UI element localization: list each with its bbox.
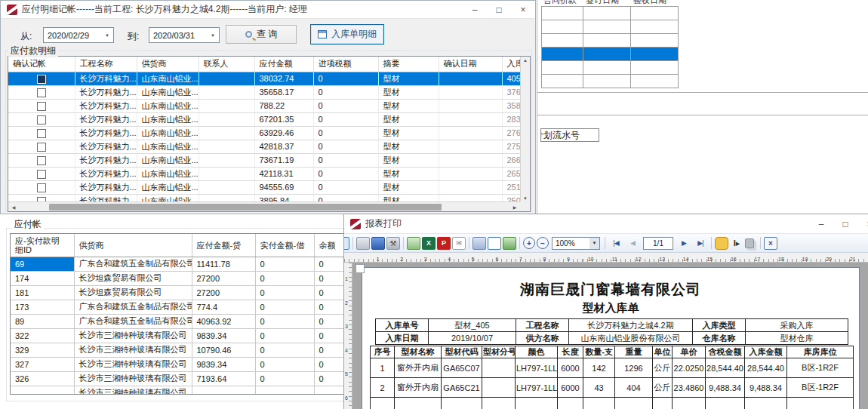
hand-tool-icon[interactable] xyxy=(715,237,728,250)
table-row[interactable]: 322长沙市三湘特种玻璃有限公司9839.3400 xyxy=(11,328,346,343)
preview-window-icon[interactable] xyxy=(344,237,349,250)
column-header[interactable]: 工程名称 xyxy=(75,57,137,72)
scroll-down-icon[interactable]: ▼ xyxy=(523,196,528,201)
column-header[interactable]: 进项税额 xyxy=(313,57,378,72)
table-row[interactable]: 329长沙市三湘特种玻璃有限公司10790.4600 xyxy=(11,343,346,357)
table-row[interactable]: 173广东合和建筑五金制品有限公司774.400 xyxy=(11,300,346,314)
zoom-in-icon[interactable]: + xyxy=(523,237,535,249)
export-pdf-icon[interactable]: P xyxy=(437,237,451,250)
export-excel-icon[interactable]: X xyxy=(422,237,436,250)
column-header[interactable]: 供货商 xyxy=(74,234,192,257)
table-row[interactable]: 长沙万科魅力...山东南山铝业...42118.310型材265 xyxy=(8,167,522,180)
column-header[interactable]: 签订日期 xyxy=(586,0,619,6)
last-page-icon[interactable]: ▶| xyxy=(693,237,708,250)
chevron-down-icon[interactable]: ▼ xyxy=(207,28,219,42)
table-row[interactable]: 长沙万科魅力...山东南山铝业...35658.170型材376 xyxy=(8,85,522,99)
next-page-icon[interactable]: ▶ xyxy=(676,237,691,250)
minimize-button[interactable]: – xyxy=(809,214,833,233)
column-header[interactable]: 应付金额-贷 xyxy=(192,234,255,257)
table-row[interactable]: 69广东合和建筑五金制品有限公司11411.7800 xyxy=(11,257,346,271)
table-row[interactable]: 长沙万科魅力...山东南山铝业...788.220型材358 xyxy=(8,99,522,112)
column-header[interactable]: 型材分号 xyxy=(482,346,516,358)
scroll-left-icon[interactable]: ◀ xyxy=(8,204,19,210)
column-header[interactable]: 余额 xyxy=(314,234,346,257)
checkbox[interactable] xyxy=(37,75,46,84)
chevron-down-icon[interactable]: ▼ xyxy=(101,28,113,42)
column-header[interactable]: 含税金额 xyxy=(706,346,745,358)
column-header[interactable]: 入库金额 xyxy=(745,346,787,358)
column-header[interactable]: 单位 xyxy=(653,346,673,358)
checkbox[interactable] xyxy=(37,88,46,97)
table-row[interactable]: 长沙万科魅力...山东南山铝业...94555.690型材251 xyxy=(8,180,522,194)
table-row[interactable]: 327长沙市三湘特种玻璃有限公司9839.3400 xyxy=(11,357,346,371)
page-settings-icon[interactable]: ⚒ xyxy=(386,237,400,250)
column-header[interactable]: 确认记帐 xyxy=(8,57,75,72)
serial-number-field[interactable]: 计划流水号 xyxy=(540,128,599,142)
column-header[interactable]: 型材名称 xyxy=(395,346,442,358)
column-header[interactable]: 序号 xyxy=(371,346,395,358)
checkbox[interactable] xyxy=(37,183,46,192)
table-row[interactable] xyxy=(542,75,679,88)
column-header[interactable]: 联系人 xyxy=(199,57,254,72)
multi-page-icon[interactable] xyxy=(503,237,516,250)
table-row[interactable]: 长沙万科魅力...山东南山铝业...38032.740型材405 xyxy=(8,72,522,85)
table-row[interactable] xyxy=(542,61,679,75)
table-row[interactable]: 2窗外开内扇GA65C21LH797-1LL600043404公斤23.4860… xyxy=(371,378,854,398)
from-date-combobox[interactable]: 2020/02/29 ▼ xyxy=(43,27,114,43)
horizontal-scrollbar[interactable]: ◀ ▶ xyxy=(8,201,520,211)
scroll-right-icon[interactable]: ▶ xyxy=(509,204,520,210)
column-header[interactable]: 合同价款 xyxy=(543,0,577,6)
copy-pages-icon[interactable] xyxy=(745,238,754,248)
checkbox[interactable] xyxy=(37,129,46,138)
column-header[interactable]: 库房库位 xyxy=(787,346,854,358)
zoom-combobox[interactable]: 100% ▼ xyxy=(552,237,600,250)
table-row[interactable]: 181长沙坦森贸易有限公司2720000 xyxy=(11,285,346,300)
table-row[interactable]: 长沙万科魅力...山东南山铝业...73671.190型材266 xyxy=(8,153,522,167)
checkbox[interactable] xyxy=(37,115,46,125)
column-header[interactable]: 重量 xyxy=(615,346,653,358)
export-image-icon[interactable] xyxy=(407,237,420,250)
table-row[interactable]: 1窗外开内扇GA65C07LH797-1LL60001421296公斤22.02… xyxy=(371,358,854,378)
print-icon[interactable] xyxy=(356,237,370,250)
zoom-out-icon[interactable]: − xyxy=(537,237,549,249)
scroll-up-icon[interactable]: ▲ xyxy=(523,58,528,63)
column-header[interactable]: 验收日期 xyxy=(633,0,666,6)
column-header[interactable]: 单价 xyxy=(673,346,706,358)
single-page-icon[interactable] xyxy=(488,237,501,250)
title-bar[interactable]: 应付明细记帐------当前工程: 长沙万科魅力之城4.2期------当前用户… xyxy=(1,1,535,19)
table-row[interactable]: 长沙万科魅力...山东南山铝业...67201.350型材283 xyxy=(8,112,522,126)
export-mail-icon[interactable]: ✉ xyxy=(452,237,466,250)
chevron-down-icon[interactable]: ▼ xyxy=(589,238,599,249)
text-select-tool-icon[interactable]: I▸ xyxy=(730,237,743,250)
query-button[interactable]: 查 询 xyxy=(226,25,297,44)
column-header[interactable]: 颜色 xyxy=(516,346,558,358)
print-setup-icon[interactable] xyxy=(472,237,486,250)
checkbox[interactable] xyxy=(37,102,46,111)
maximize-button[interactable]: □ xyxy=(833,214,857,233)
page-number-field[interactable]: 1/1 xyxy=(643,237,673,250)
scrollbar-thumb[interactable] xyxy=(49,204,442,211)
column-header[interactable]: 入库 xyxy=(502,57,522,72)
table-row[interactable] xyxy=(542,7,679,20)
checkbox[interactable] xyxy=(37,156,46,165)
first-page-icon[interactable]: |◀ xyxy=(608,237,623,250)
column-header[interactable]: 长度 xyxy=(558,346,583,358)
table-row[interactable]: 174长沙坦森贸易有限公司2720000 xyxy=(11,271,346,285)
table-row[interactable] xyxy=(371,398,854,409)
close-button[interactable]: × xyxy=(511,1,535,18)
column-header[interactable]: 型材代码 xyxy=(442,346,482,358)
column-header[interactable]: 摘要 xyxy=(378,57,439,72)
inbound-detail-button[interactable]: 入库单明细 xyxy=(310,24,384,45)
column-header[interactable]: 数量-支 xyxy=(583,346,615,358)
column-header[interactable]: 供货商 xyxy=(137,57,199,72)
table-row[interactable] xyxy=(542,20,679,34)
minimize-button[interactable]: – xyxy=(463,1,487,18)
table-row[interactable]: 长沙万科魅力...山东南山铝业...42818.370型材275 xyxy=(8,140,522,153)
table-row[interactable]: 入库单号型材_405工程名称长沙万科魅力之城4.2期入库类型采购入库 xyxy=(376,319,848,332)
to-date-combobox[interactable]: 2020/03/31 ▼ xyxy=(149,27,220,43)
column-header[interactable]: 应-实付款明 细ID xyxy=(11,234,74,257)
table-row[interactable]: 长沙市三湘特种玻璃有限公司 xyxy=(11,386,346,395)
table-row[interactable]: 入库日期2019/10/07供方名称山东南山铝业股份有限公司仓库名称型材仓库 xyxy=(376,332,848,345)
table-row[interactable] xyxy=(542,34,679,48)
book-preview-icon[interactable] xyxy=(371,237,385,250)
